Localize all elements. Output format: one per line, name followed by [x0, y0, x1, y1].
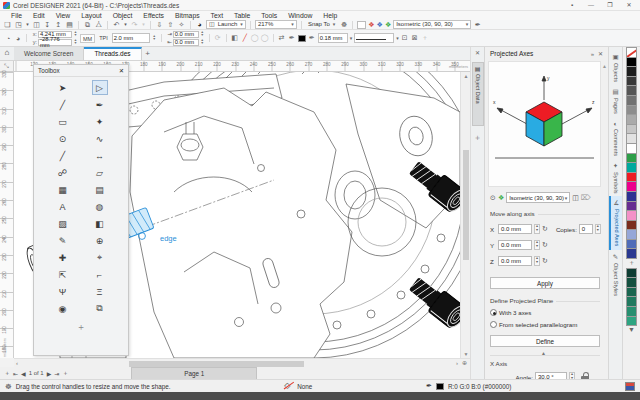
object-data-tab[interactable]: ▤ Object Data: [472, 62, 484, 126]
docker-tab-pages[interactable]: ▤Pages: [609, 85, 622, 117]
menu-object[interactable]: Object: [108, 12, 138, 19]
socket-screw-2[interactable]: [406, 273, 460, 331]
zoom-level-dropdown[interactable]: 217%▾: [255, 20, 297, 29]
minimize-button[interactable]: —: [583, 1, 599, 10]
menu-table[interactable]: Table: [229, 12, 255, 19]
open-dropdown-icon[interactable]: ▾: [25, 20, 30, 29]
canvas-horizontal-scrollbar[interactable]: ‹ › ⊕: [14, 358, 470, 367]
rectangle-tool-icon[interactable]: ▭: [55, 114, 71, 129]
document-tab-threads-des[interactable]: Threads.des: [84, 47, 141, 60]
dimension-tool-icon[interactable]: ↔: [92, 148, 108, 163]
page-tab[interactable]: Page 1: [131, 367, 257, 379]
zoom-out-icon[interactable]: ⇧: [166, 20, 175, 29]
preview-eye-icon[interactable]: ⊙: [490, 194, 496, 202]
snap-to-dropdown[interactable]: Snap To▾: [306, 20, 337, 29]
palette-no-color[interactable]: [626, 47, 637, 58]
projection-tool-icon[interactable]: Ψ: [55, 284, 71, 299]
outline-pen-icon-2[interactable]: ✒: [308, 34, 316, 42]
docker-tab-projected-axes[interactable]: ∡Projected Axes: [609, 196, 622, 249]
menu-tools[interactable]: Tools: [256, 12, 282, 19]
y-position-spinner[interactable]: ▲▼: [73, 39, 78, 45]
pitch-spinner[interactable]: ▲▼: [152, 35, 157, 41]
redo-icon[interactable]: ↷: [130, 20, 139, 29]
close-button[interactable]: ✕: [621, 1, 637, 10]
palette-scroll-icon[interactable]: ▼: [626, 325, 637, 336]
outline-none-icon[interactable]: ╱: [241, 34, 249, 42]
ellipse-option-icon-1[interactable]: ◯: [251, 34, 259, 42]
menu-window[interactable]: Window: [283, 12, 317, 19]
menu-edit[interactable]: Edit: [28, 12, 50, 19]
spiral-tool-icon[interactable]: ∿: [92, 131, 108, 146]
eyedropper-tool-icon[interactable]: ✎: [55, 233, 71, 248]
tpi-button[interactable]: TPI: [97, 34, 110, 43]
canvas-vertical-scrollbar[interactable]: ▲ ▼: [460, 72, 470, 358]
move-x-field[interactable]: 0.0 mm: [498, 224, 532, 234]
transparency-tool-icon[interactable]: ▨: [55, 216, 71, 231]
eraser-tool-icon[interactable]: ▱: [92, 165, 108, 180]
toolbox-customize-button[interactable]: ＋: [34, 321, 128, 334]
previous-page-icon[interactable]: ◀: [21, 370, 26, 377]
print-icon[interactable]: ▤: [65, 20, 74, 29]
corel-cloud-icon[interactable]: ◕: [195, 20, 204, 29]
copy-icon[interactable]: ⧉: [83, 20, 92, 29]
with-3-axes-radio[interactable]: [490, 309, 497, 316]
fill-tool-icon[interactable]: ◍: [92, 199, 108, 214]
undo-dropdown-icon[interactable]: ▾: [123, 20, 128, 29]
y-position-field[interactable]: -28.776 mm: [38, 39, 72, 46]
centerline-tool-icon[interactable]: ◉: [55, 301, 71, 316]
bounds-tool-icon[interactable]: ⧉: [92, 301, 108, 316]
shape-tool-icon[interactable]: ▷: [92, 80, 108, 95]
outline-status-swatch[interactable]: [436, 383, 444, 390]
define-button[interactable]: Define: [490, 335, 600, 347]
freehand-tool-icon[interactable]: ╱: [55, 97, 71, 112]
smart-fill-tool-icon[interactable]: ◧: [92, 216, 108, 231]
view-mode-icon[interactable]: ✧: [177, 20, 186, 29]
move-x-reset-icon[interactable]: ↻: [542, 225, 548, 233]
fill-color-icon[interactable]: ◧: [231, 34, 239, 42]
window-menu-icon[interactable]: ▪: [564, 1, 580, 10]
offset-y-spinner[interactable]: ▲▼: [200, 39, 205, 45]
vertical-ruler[interactable]: millimeters33032031030029028027026025024…: [0, 72, 14, 358]
move-y-reset-icon[interactable]: ↻: [542, 241, 548, 249]
polygon-tool-icon[interactable]: ✦: [92, 114, 108, 129]
enhanced-view-icon[interactable]: ⊠: [411, 34, 419, 42]
docker-tab-symbols[interactable]: ✦Symbols: [609, 159, 622, 196]
outline-status-pen-icon[interactable]: ✒: [426, 382, 432, 390]
collapse-icon[interactable]: ▲: [541, 350, 546, 356]
move-x-spinner[interactable]: ▲▼: [534, 224, 540, 234]
horizontal-scroll-thumb[interactable]: [129, 361, 304, 367]
menu-help[interactable]: Help: [318, 12, 342, 19]
node-edit-tool-icon[interactable]: ⌖: [92, 250, 108, 265]
ellipse-option-icon-2[interactable]: ◯: [261, 34, 269, 42]
open-icon[interactable]: ◳: [14, 20, 23, 29]
graph-paper-tool-icon[interactable]: ▤: [92, 182, 108, 197]
pan-tool-icon[interactable]: ✚: [55, 250, 71, 265]
move-y-spinner[interactable]: ▲▼: [534, 240, 540, 250]
x-position-spinner[interactable]: ▲▼: [73, 31, 78, 37]
docker-scroll-up-icon[interactable]: ▲: [602, 63, 607, 69]
line-tool-icon[interactable]: ╱: [55, 148, 71, 163]
docker-tab-comments[interactable]: ◐Comments: [609, 117, 622, 159]
thread-option-icon-2[interactable]: ◕: [14, 35, 22, 42]
offset-y-field[interactable]: 0.0 mm: [173, 39, 199, 46]
import-icon[interactable]: ↧: [43, 20, 52, 29]
projection-preset-dropdown[interactable]: Isometric (30, 90, 30)▾: [506, 192, 570, 203]
line-style-dropdown[interactable]: [354, 33, 394, 43]
copies-spinner[interactable]: ▲▼: [595, 224, 601, 234]
offset-tool-icon[interactable]: Ξ: [92, 284, 108, 299]
from-parallelogram-radio[interactable]: [490, 321, 497, 328]
thread-option-icon-1[interactable]: ◔: [4, 35, 12, 42]
menu-file[interactable]: File: [6, 12, 27, 19]
export-icon[interactable]: ↥: [54, 20, 63, 29]
add-page-after-button[interactable]: ＋: [62, 369, 68, 378]
rotate-icon[interactable]: ⟳: [214, 34, 222, 42]
text-tool-icon[interactable]: A: [55, 199, 71, 214]
next-page-icon[interactable]: ▶: [47, 370, 52, 377]
document-tab-welcome-screen[interactable]: Welcome Screen: [14, 47, 84, 60]
swap-colors-icon[interactable]: ⇄: [278, 34, 286, 42]
undo-icon[interactable]: ↶: [112, 20, 121, 29]
projection-cube-icon[interactable]: ❖: [498, 194, 504, 202]
move-z-spinner[interactable]: ▲▼: [534, 256, 540, 266]
units-mm-button[interactable]: MM: [80, 34, 95, 43]
menu-view[interactable]: View: [51, 12, 76, 19]
